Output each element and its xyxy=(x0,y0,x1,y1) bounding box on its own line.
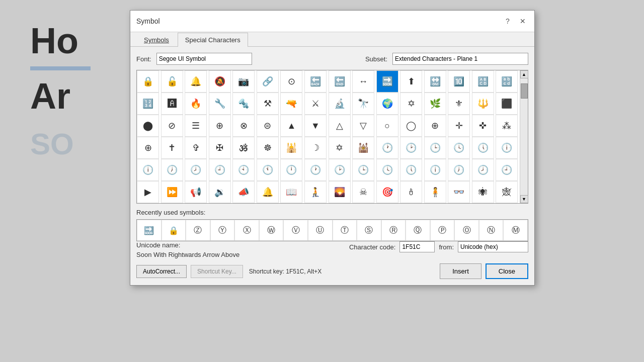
symbol-cell[interactable]: 🕐 xyxy=(304,159,327,181)
symbol-cell[interactable]: 🔔 xyxy=(185,70,207,93)
symbol-cell[interactable]: 🕑 xyxy=(400,137,422,159)
symbol-cell[interactable]: 🕌 xyxy=(280,137,302,159)
symbol-cell[interactable]: 🌄 xyxy=(329,181,351,203)
symbol-cell[interactable]: 🎯 xyxy=(376,181,398,203)
symbol-cell[interactable]: △ xyxy=(329,115,351,137)
symbol-cell[interactable]: 🕸 xyxy=(496,181,518,203)
recent-symbol-cell[interactable]: 🔜 xyxy=(137,220,162,241)
dialog-close-button[interactable]: ✕ xyxy=(517,16,528,27)
symbol-cell[interactable]: 🕖 xyxy=(448,159,470,181)
scroll-down-button[interactable]: ▼ xyxy=(520,195,528,203)
symbol-cell[interactable]: 🧍 xyxy=(424,181,446,203)
symbol-cell[interactable]: ⚒ xyxy=(257,93,279,115)
recent-symbol-cell[interactable]: Ⓧ xyxy=(234,220,259,241)
symbol-cell[interactable]: 🔚 xyxy=(329,70,351,93)
recent-symbol-cell[interactable]: Ⓠ xyxy=(406,220,430,241)
symbol-cell[interactable]: 🕕 xyxy=(496,137,518,159)
shortcut-key-button[interactable]: Shortcut Key... xyxy=(191,265,243,278)
symbol-cell[interactable]: ⊜ xyxy=(257,115,279,137)
symbol-cell[interactable]: 🔗 xyxy=(257,70,279,93)
symbol-cell[interactable]: 🕔 xyxy=(400,159,422,181)
symbol-cell[interactable]: ⊙ xyxy=(280,70,302,93)
recent-symbol-cell[interactable]: Ⓨ xyxy=(210,220,235,241)
symbol-cell[interactable]: ✜ xyxy=(472,115,494,137)
scroll-up-button[interactable]: ▲ xyxy=(520,70,528,78)
symbol-cell[interactable]: ☠ xyxy=(352,181,374,203)
symbol-cell[interactable]: ▼ xyxy=(304,115,327,137)
symbol-cell[interactable]: 🔒 xyxy=(137,70,159,93)
symbol-cell[interactable]: 🕷 xyxy=(472,181,494,203)
symbol-cell[interactable]: 🕒 xyxy=(424,137,446,159)
recent-symbol-cell[interactable]: 🔒 xyxy=(162,220,186,241)
symbol-cell[interactable]: 👓 xyxy=(448,181,470,203)
symbol-cell[interactable]: ✡ xyxy=(400,93,422,115)
recent-symbol-cell[interactable]: Ⓞ xyxy=(454,220,479,241)
symbol-cell[interactable]: ▽ xyxy=(352,115,374,137)
symbol-cell[interactable]: 🔉 xyxy=(209,181,231,203)
recent-symbol-cell[interactable]: Ⓥ xyxy=(283,220,308,241)
symbol-cell[interactable]: ✛ xyxy=(448,115,470,137)
recent-symbol-cell[interactable]: Ⓣ xyxy=(333,220,357,241)
symbol-cell[interactable]: 🅰 xyxy=(161,93,183,115)
symbol-cell[interactable]: 🌿 xyxy=(424,93,446,115)
symbol-cell[interactable]: 📷 xyxy=(232,70,255,93)
symbol-cell[interactable]: 🕓 xyxy=(448,137,470,159)
symbol-cell[interactable]: 🔬 xyxy=(329,93,351,115)
symbol-cell[interactable]: 🔡 xyxy=(496,70,518,93)
symbol-cell[interactable]: 🔫 xyxy=(280,93,302,115)
symbol-cell[interactable]: 🔥 xyxy=(185,93,207,115)
recent-symbol-cell[interactable]: Ⓝ xyxy=(479,220,504,241)
symbol-cell[interactable]: ⬆ xyxy=(400,70,422,93)
symbol-cell[interactable]: 🕙 xyxy=(232,159,255,181)
symbol-cell[interactable]: 🔟 xyxy=(448,70,470,93)
tab-symbols[interactable]: Symbols xyxy=(136,33,177,47)
symbol-cell[interactable]: 🔛 xyxy=(424,70,446,93)
symbol-cell[interactable]: ▶ xyxy=(137,181,159,203)
symbol-cell[interactable]: 🔧 xyxy=(209,93,231,115)
symbol-cell[interactable]: 🕑 xyxy=(329,159,351,181)
symbol-cell[interactable]: 🕛 xyxy=(280,159,302,181)
symbol-cell[interactable]: ⁂ xyxy=(496,115,518,137)
symbol-cell[interactable]: 🔩 xyxy=(232,93,255,115)
symbol-cell[interactable]: ☸ xyxy=(257,137,279,159)
symbol-cell[interactable]: 🧎 xyxy=(304,181,327,203)
symbol-cell[interactable]: ⊗ xyxy=(232,115,255,137)
symbol-cell[interactable]: ⊕ xyxy=(137,137,159,159)
symbol-cell[interactable]: 🕕 xyxy=(137,159,159,181)
tab-special-characters[interactable]: Special Characters xyxy=(178,33,248,47)
symbol-cell[interactable]: ○ xyxy=(376,115,398,137)
symbol-cell[interactable]: ▲ xyxy=(280,115,302,137)
symbol-cell[interactable]: 🔙 xyxy=(304,70,327,93)
symbol-cell[interactable]: 🕓 xyxy=(376,159,398,181)
symbol-cell[interactable]: ✞ xyxy=(185,137,207,159)
symbol-cell[interactable]: ⚔ xyxy=(304,93,327,115)
symbol-cell[interactable]: ⏩ xyxy=(161,181,183,203)
symbol-cell[interactable]: 🔱 xyxy=(472,93,494,115)
symbol-cell[interactable]: 🕍 xyxy=(352,137,374,159)
symbol-cell[interactable]: ⬛ xyxy=(496,93,518,115)
symbol-cell[interactable]: 🔭 xyxy=(352,93,374,115)
recent-symbol-cell[interactable]: Ⓜ xyxy=(503,220,528,241)
recent-symbol-cell[interactable]: Ⓦ xyxy=(259,220,284,241)
symbol-cell[interactable]: 🕘 xyxy=(496,159,518,181)
recent-symbol-cell[interactable]: Ⓟ xyxy=(430,220,455,241)
symbol-cell[interactable]: 🔠 xyxy=(472,70,494,93)
symbol-cell[interactable]: 🕉 xyxy=(232,137,255,159)
symbol-cell[interactable]: ↔ xyxy=(352,70,374,93)
symbol-cell[interactable]: 🕕 xyxy=(424,159,446,181)
symbol-cell[interactable]: ⊕ xyxy=(424,115,446,137)
symbol-cell[interactable]: 📖 xyxy=(280,181,302,203)
symbol-cell[interactable]: ◯ xyxy=(400,115,422,137)
symbol-cell[interactable]: 🔜 xyxy=(376,70,398,93)
help-button[interactable]: ? xyxy=(502,16,513,27)
symbol-cell[interactable]: 📣 xyxy=(232,181,255,203)
symbol-cell[interactable]: 📢 xyxy=(185,181,207,203)
symbol-cell[interactable]: ⊘ xyxy=(161,115,183,137)
symbol-cell[interactable]: ☰ xyxy=(185,115,207,137)
symbol-cell[interactable]: ✠ xyxy=(209,137,231,159)
symbol-cell[interactable]: ⊕ xyxy=(209,115,231,137)
char-code-input[interactable] xyxy=(399,241,435,252)
symbol-cell[interactable]: 🕗 xyxy=(472,159,494,181)
symbol-cell[interactable]: 🕯 xyxy=(400,181,422,203)
from-select[interactable]: Unicode (hex) xyxy=(458,241,528,252)
